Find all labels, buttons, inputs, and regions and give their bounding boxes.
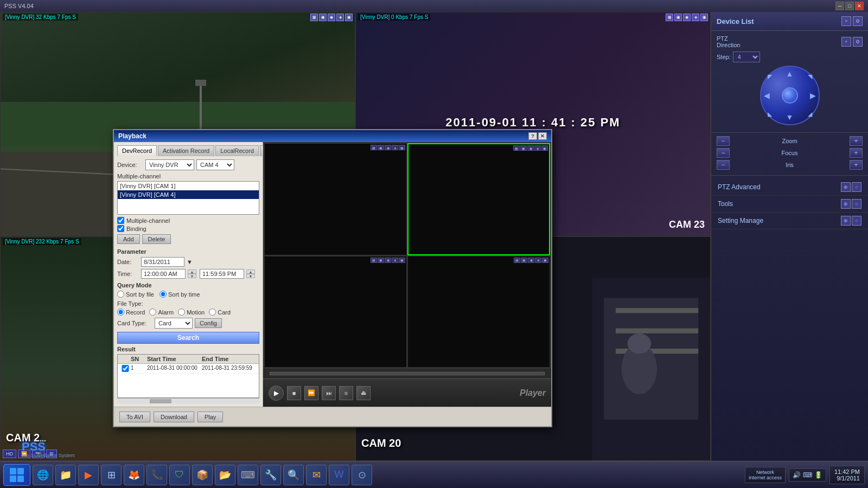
start-button[interactable] bbox=[3, 464, 30, 486]
vid-btn-2-4[interactable]: ◈ bbox=[534, 145, 541, 151]
cam1-icon-5[interactable]: ▣ bbox=[345, 14, 353, 21]
channel-item-cam4[interactable]: [Vinny DVR] [CAM 4] bbox=[118, 190, 259, 199]
focus-plus-button[interactable]: + bbox=[850, 148, 863, 158]
ptz-downright-arrow[interactable]: ◢ bbox=[808, 111, 812, 118]
result-table[interactable]: SN Start Time End Time 1 2011-08-31 00:0… bbox=[117, 354, 259, 398]
ptz-left-arrow[interactable]: ◀ bbox=[764, 91, 770, 100]
channel-select[interactable]: CAM 4 CAM 1 bbox=[196, 159, 234, 170]
ptz-downleft-arrow[interactable]: ◣ bbox=[768, 111, 772, 118]
multiple-channel-checkbox[interactable] bbox=[117, 217, 124, 224]
play-bottom-button[interactable]: Play bbox=[197, 412, 223, 422]
vid-btn-4-3[interactable]: ◉ bbox=[528, 258, 534, 263]
setting-collapse[interactable]: ○ bbox=[852, 216, 861, 226]
taskbar-app-explorer[interactable]: 📁 bbox=[55, 465, 76, 485]
ptz-adv-collapse[interactable]: ○ bbox=[852, 182, 861, 192]
ptz-advanced-item[interactable]: PTZ Advanced ⊕ ○ bbox=[711, 179, 868, 196]
playback-dialog[interactable]: Playback ? ✕ DevRecord Activation Record… bbox=[113, 129, 552, 427]
dialog-help-button[interactable]: ? bbox=[528, 132, 537, 140]
ptz-center-button[interactable] bbox=[782, 87, 798, 104]
stop-button[interactable]: ■ bbox=[287, 386, 301, 400]
panel-settings-icon[interactable]: ⚙ bbox=[853, 16, 863, 26]
fast-forward-button[interactable]: ⏩ bbox=[304, 386, 318, 400]
taskbar-app-cmd[interactable]: ⌨ bbox=[238, 465, 258, 485]
tab-localrecord[interactable]: LocalRecord bbox=[215, 145, 259, 156]
card-radio[interactable] bbox=[209, 309, 216, 316]
tools-item[interactable]: Tools ⊕ ○ bbox=[711, 196, 868, 213]
vid-btn-1-5[interactable]: ▣ bbox=[399, 145, 405, 150]
vid-btn-3-2[interactable]: ▣ bbox=[378, 258, 384, 263]
record-radio[interactable] bbox=[117, 309, 124, 316]
taskbar-app-archive[interactable]: 📦 bbox=[192, 465, 213, 485]
setting-manage-item[interactable]: Setting Manage ⊕ ○ bbox=[711, 213, 868, 229]
channel-item-cam1[interactable]: [Vinny DVR] [CAM 1] bbox=[118, 182, 259, 190]
ptz-down-arrow[interactable]: ▼ bbox=[786, 113, 794, 121]
time-start-input[interactable] bbox=[141, 269, 186, 279]
ptz-right-arrow[interactable]: ▶ bbox=[810, 91, 816, 100]
taskbar-app-skype[interactable]: 📞 bbox=[146, 465, 167, 485]
alarm-radio[interactable] bbox=[149, 309, 156, 316]
cam2-icon-4[interactable]: ◈ bbox=[692, 14, 699, 21]
binding-checkbox[interactable] bbox=[117, 225, 124, 232]
delete-button[interactable]: Delete bbox=[142, 234, 171, 244]
channel-list[interactable]: [Vinny DVR] [CAM 1] [Vinny DVR] [CAM 4] bbox=[117, 181, 259, 215]
cam2-icon-3[interactable]: ◉ bbox=[683, 14, 691, 21]
vid-btn-3-1[interactable]: ▦ bbox=[371, 258, 377, 263]
maximize-button[interactable]: □ bbox=[845, 2, 854, 10]
tools-icon[interactable]: ⊕ bbox=[841, 199, 851, 209]
setting-icon[interactable]: ⊕ bbox=[841, 216, 851, 226]
config-button[interactable]: Config bbox=[195, 318, 222, 328]
scroll-thumb[interactable] bbox=[150, 399, 171, 403]
time-end-up[interactable]: ▲ bbox=[246, 269, 255, 274]
vid-btn-3-5[interactable]: ▣ bbox=[399, 258, 405, 263]
zoom-plus-button[interactable]: + bbox=[850, 136, 863, 146]
close-button[interactable]: ✕ bbox=[855, 2, 864, 10]
tab-devrecord[interactable]: DevRecord bbox=[117, 145, 157, 156]
vid-btn-1-3[interactable]: ◉ bbox=[385, 145, 391, 150]
vid-btn-4-5[interactable]: ▣ bbox=[542, 258, 548, 263]
playlist-button[interactable]: ≡ bbox=[339, 386, 353, 400]
vid-btn-1-2[interactable]: ▣ bbox=[378, 145, 384, 150]
zoom-minus-button[interactable]: − bbox=[717, 136, 730, 146]
cam1-icon-3[interactable]: ◉ bbox=[328, 14, 335, 21]
ptz-icon-2[interactable]: ⚙ bbox=[853, 37, 863, 47]
ptz-icon-1[interactable]: + bbox=[841, 37, 851, 47]
taskbar-app-security[interactable]: 🛡 bbox=[169, 465, 190, 485]
ptz-adv-icon[interactable]: ⊕ bbox=[841, 182, 851, 192]
time-start-up[interactable]: ▲ bbox=[188, 269, 196, 274]
result-row-1-checkbox[interactable] bbox=[120, 365, 131, 372]
panel-add-icon[interactable]: + bbox=[841, 16, 851, 26]
play-button[interactable]: ▶ bbox=[269, 386, 284, 401]
taskbar-app-misc[interactable]: ⊙ bbox=[352, 465, 372, 485]
search-button[interactable]: Search bbox=[117, 332, 259, 344]
tools-collapse[interactable]: ○ bbox=[852, 199, 861, 209]
vid-btn-1-1[interactable]: ▦ bbox=[371, 145, 377, 150]
cam2-icon-1[interactable]: ▦ bbox=[666, 14, 673, 21]
minimize-button[interactable]: ─ bbox=[835, 2, 844, 10]
date-input[interactable] bbox=[141, 257, 184, 267]
device-select[interactable]: Vinny DVR bbox=[145, 159, 194, 170]
time-end-input[interactable] bbox=[200, 269, 244, 279]
result-row-1[interactable]: 1 2011-08-31 00:00:00 2011-08-31 23:59:5… bbox=[118, 364, 259, 374]
cam1-icon-2[interactable]: ▣ bbox=[319, 14, 327, 21]
dialog-close-button[interactable]: ✕ bbox=[538, 132, 547, 140]
time-start-down[interactable]: ▼ bbox=[188, 274, 196, 278]
vid-btn-1-4[interactable]: ◈ bbox=[392, 145, 398, 150]
vid-btn-2-1[interactable]: ▦ bbox=[513, 145, 520, 151]
download-button[interactable]: Download bbox=[154, 412, 194, 422]
step-select[interactable]: 4 1 2 3 5 bbox=[733, 52, 760, 62]
vid-btn-2-2[interactable]: ▣ bbox=[520, 145, 527, 151]
ptz-upleft-arrow[interactable]: ◤ bbox=[768, 73, 772, 80]
taskbar-app-window[interactable]: ⊞ bbox=[101, 465, 122, 485]
vid-btn-4-4[interactable]: ◈ bbox=[535, 258, 541, 263]
taskbar-app-media[interactable]: ▶ bbox=[78, 465, 99, 485]
tab-activation[interactable]: Activation Record bbox=[158, 145, 214, 156]
cam1-icon-1[interactable]: ▦ bbox=[310, 14, 318, 21]
taskbar-app-word[interactable]: W bbox=[329, 465, 349, 485]
vid-btn-4-1[interactable]: ▦ bbox=[514, 258, 520, 263]
sort-by-file-radio[interactable] bbox=[117, 291, 124, 298]
vid-btn-3-4[interactable]: ◈ bbox=[392, 258, 398, 263]
date-calendar-icon[interactable]: ▼ bbox=[187, 259, 193, 265]
taskbar-app-mail[interactable]: ✉ bbox=[306, 465, 327, 485]
vid-btn-3-3[interactable]: ◉ bbox=[385, 258, 391, 263]
taskbar-app-ie[interactable]: 🌐 bbox=[33, 465, 53, 485]
